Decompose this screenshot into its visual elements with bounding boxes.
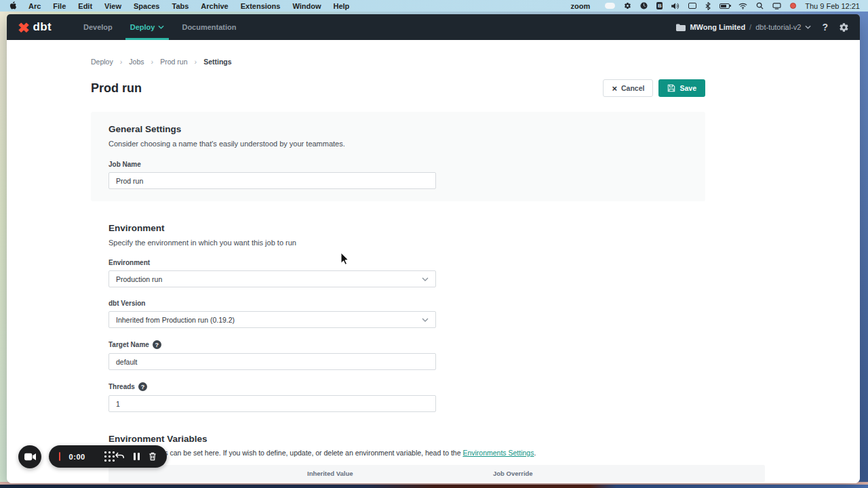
battery-icon[interactable]	[719, 3, 730, 9]
page-content: Deploy › Jobs › Prod run › Settings Prod…	[7, 40, 860, 483]
breadcrumb-deploy[interactable]: Deploy	[91, 58, 113, 66]
clock-icon[interactable]	[640, 2, 648, 9]
volume-icon[interactable]	[671, 3, 679, 9]
environment-variables-heading: Environment Variables	[108, 434, 705, 444]
general-settings-heading: General Settings	[108, 124, 688, 134]
environment-heading: Environment	[108, 223, 705, 233]
drag-handle-icon[interactable]	[104, 451, 106, 462]
nav-item-deploy[interactable]: Deploy	[121, 14, 174, 40]
screen-mirroring-icon[interactable]	[772, 3, 781, 9]
app-b-icon[interactable]: B	[656, 2, 663, 9]
pause-recording-button[interactable]	[134, 453, 140, 460]
menubar-tabs[interactable]: Tabs	[165, 2, 195, 10]
wifi-icon[interactable]	[738, 3, 747, 9]
description-period: .	[534, 449, 536, 457]
chevron-down-icon	[805, 25, 811, 29]
folder-icon	[676, 24, 686, 31]
menubar-view[interactable]: View	[98, 2, 127, 10]
wallpaper-strip-dark	[0, 485, 868, 488]
dbt-logo-icon: ✖	[18, 20, 30, 34]
chevron-down-icon	[158, 25, 164, 29]
column-header-inherited-value: Inherited Value	[307, 470, 353, 477]
navbar-right: MWong Limited / dbt-tutorial-v2 ?	[676, 22, 849, 33]
account-name: MWong Limited	[690, 23, 745, 31]
recorder-toolbar: 0:00	[49, 445, 167, 468]
environment-variables-section: Environment Variables Job level override…	[91, 434, 705, 482]
breadcrumb-jobs[interactable]: Jobs	[129, 58, 144, 66]
apple-menu[interactable]	[8, 1, 22, 10]
breadcrumb-separator-icon: ›	[195, 58, 197, 66]
account-separator: /	[749, 23, 751, 31]
menubar-edit[interactable]: Edit	[72, 2, 98, 10]
breadcrumb-separator-icon: ›	[151, 58, 154, 66]
threads-help-icon[interactable]: ?	[138, 382, 147, 391]
environment-select[interactable]: Production run	[108, 270, 436, 287]
target-name-label: Target Name	[108, 341, 149, 348]
bluetooth-icon[interactable]	[705, 2, 711, 10]
cancel-button[interactable]: × Cancel	[603, 79, 653, 97]
project-name: dbt-tutorial-v2	[755, 23, 801, 31]
delete-recording-button[interactable]	[149, 452, 157, 461]
target-name-help-icon[interactable]: ?	[153, 340, 161, 349]
dbt-navbar: ✖ dbt Develop Deploy Documentation MWong…	[7, 14, 860, 40]
threads-label: Threads	[108, 383, 135, 390]
menubar-zoom-app[interactable]: zoom	[565, 2, 597, 10]
environments-settings-link[interactable]: Environments Settings	[462, 449, 534, 457]
nav-item-documentation[interactable]: Documentation	[173, 14, 245, 40]
breadcrumb: Deploy › Jobs › Prod run › Settings	[91, 58, 705, 66]
menubar-help[interactable]: Help	[327, 2, 355, 10]
recording-time: 0:00	[69, 453, 85, 461]
environment-subtitle: Specify the environment in which you wan…	[108, 239, 705, 247]
menubar-archive[interactable]: Archive	[195, 2, 234, 10]
recorder-camera-button[interactable]	[18, 445, 41, 468]
chevron-down-icon	[422, 277, 429, 281]
environment-section: Environment Specify the environment in w…	[91, 223, 705, 412]
page-title: Prod run	[91, 81, 142, 96]
stop-recording-button[interactable]	[59, 452, 60, 461]
dbt-version-label: dbt Version	[108, 300, 705, 307]
breadcrumb-settings[interactable]: Settings	[203, 58, 231, 66]
environment-select-value: Production run	[116, 275, 162, 283]
menubar-file[interactable]: File	[47, 2, 72, 10]
environment-select-label: Environment	[108, 259, 705, 266]
record-indicator-icon[interactable]	[790, 3, 796, 9]
close-icon: ×	[612, 84, 617, 93]
general-settings-section: General Settings Consider choosing a nam…	[91, 112, 705, 201]
settings-gear-button[interactable]	[839, 22, 849, 33]
nav-item-develop[interactable]: Develop	[75, 14, 121, 40]
spotlight-search-icon[interactable]	[756, 2, 764, 9]
menubar-clock[interactable]: Thu 9 Feb 12:21	[805, 2, 860, 10]
restart-recording-button[interactable]	[115, 452, 125, 461]
gear-menu-icon[interactable]	[624, 2, 631, 9]
dbt-logo-text: dbt	[33, 20, 52, 34]
browser-window: ✖ dbt Develop Deploy Documentation MWong…	[7, 14, 860, 483]
job-name-input[interactable]	[108, 172, 436, 189]
nav-links: Develop Deploy Documentation	[75, 14, 245, 40]
column-header-job-override: Job Override	[493, 470, 533, 477]
save-button[interactable]: Save	[658, 79, 705, 97]
dbt-version-select-value: Inherited from Production run (0.19.2)	[116, 316, 235, 324]
cloud-icon[interactable]	[605, 3, 615, 9]
dbt-version-select[interactable]: Inherited from Production run (0.19.2)	[108, 311, 436, 328]
nav-item-documentation-label: Documentation	[182, 23, 236, 31]
trash-icon	[149, 452, 157, 461]
window-switch-icon[interactable]	[688, 3, 696, 9]
dbt-logo[interactable]: ✖ dbt	[18, 20, 52, 35]
threads-input[interactable]	[108, 395, 436, 412]
general-settings-subtitle: Consider choosing a name that's easily u…	[108, 140, 688, 148]
menubar-app-arc[interactable]: Arc	[22, 2, 47, 10]
menubar-spaces[interactable]: Spaces	[127, 2, 166, 10]
gear-icon	[839, 22, 849, 33]
nav-item-deploy-label: Deploy	[130, 23, 155, 31]
breadcrumb-separator-icon: ›	[120, 58, 123, 66]
undo-icon	[115, 452, 125, 461]
breadcrumb-prod-run[interactable]: Prod run	[160, 58, 187, 66]
menubar-extensions[interactable]: Extensions	[235, 2, 287, 10]
env-vars-table-header: Inherited Value Job Override	[108, 465, 765, 482]
menubar-window[interactable]: Window	[286, 2, 327, 10]
pause-icon	[134, 453, 140, 460]
macos-menubar: Arc File Edit View Spaces Tabs Archive E…	[0, 0, 868, 12]
account-switcher[interactable]: MWong Limited / dbt-tutorial-v2	[676, 23, 811, 31]
help-button[interactable]: ?	[822, 22, 828, 33]
target-name-input[interactable]	[108, 353, 436, 370]
